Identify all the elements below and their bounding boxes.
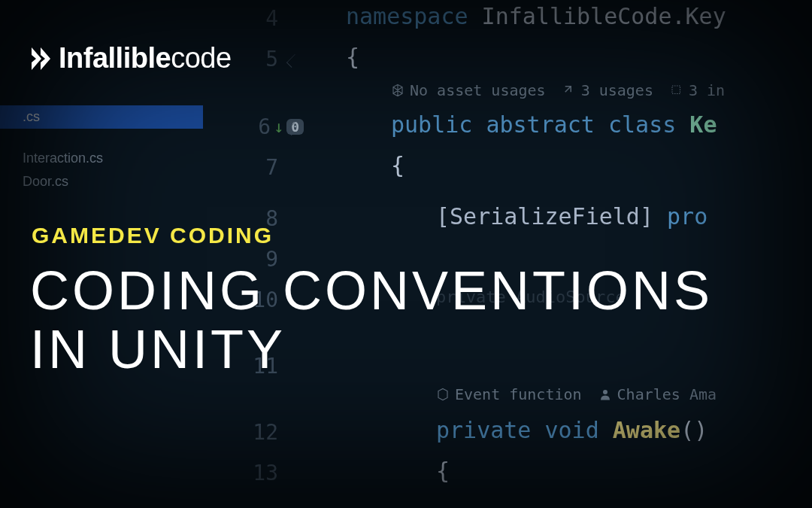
gutter: 4 5 6 ↓ 0 7 8 9 10 11 12 13 (233, 0, 301, 508)
code-line: { (436, 458, 450, 485)
code-hints: Event function Charles Ama (436, 385, 717, 403)
svg-point-1 (603, 390, 607, 394)
logo: Infalliblecode (30, 42, 232, 75)
code-line: [SerializeField] pro (436, 203, 707, 230)
line-number: 12 (242, 420, 278, 445)
hint-event-function: Event function (436, 385, 582, 403)
code-line: public abstract class Ke (391, 111, 717, 138)
inherit-icon (670, 84, 683, 97)
link-icon (562, 84, 576, 97)
logo-chevron-icon (30, 46, 53, 71)
code-hints: No asset usages 3 usages 3 in (391, 81, 725, 99)
hint-usages: 3 usages (562, 81, 653, 99)
hint-author: Charles Ama (598, 385, 717, 403)
category-label: GAMEDEV CODING (32, 223, 274, 248)
hint-inheritors: 3 in (670, 81, 725, 99)
down-arrow-icon: ↓ (274, 117, 283, 136)
line-number: 5 (248, 47, 278, 71)
person-icon (598, 388, 612, 401)
hint-asset-usages: No asset usages (391, 81, 546, 99)
fold-icon[interactable] (286, 54, 300, 68)
svg-rect-0 (672, 86, 680, 94)
line-number: 6 (241, 114, 271, 139)
line-number: 13 (242, 461, 278, 485)
line-number: 7 (248, 155, 278, 180)
code-line: { (391, 152, 404, 179)
unity-icon (436, 388, 450, 401)
unity-icon (391, 84, 404, 97)
page-title: CODING CONVENTIONS IN UNITY (30, 262, 713, 379)
file-item[interactable]: Interaction.cs (0, 147, 203, 170)
code-line: namespace InfallibleCode.Key (346, 3, 726, 30)
code-line: { (346, 44, 359, 71)
file-item[interactable]: .cs (0, 105, 203, 129)
line-number: 4 (248, 6, 278, 31)
logo-text: Infalliblecode (59, 42, 232, 75)
file-item[interactable]: Door.cs (0, 170, 203, 193)
file-explorer[interactable]: .cs Interaction.cs Door.cs (0, 105, 203, 193)
code-line: private void Awake() (436, 417, 707, 444)
